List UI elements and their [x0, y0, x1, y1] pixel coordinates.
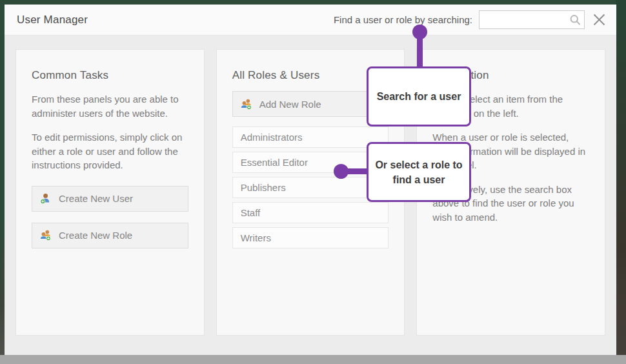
tooltip-text: Or select a role to find a user — [375, 157, 463, 187]
button-label: Add New Role — [259, 99, 321, 110]
panel-text: From these panels you are able to admini… — [32, 92, 188, 120]
user-manager-dialog: User Manager Find a user or role by sear… — [5, 5, 616, 355]
search-input[interactable] — [480, 11, 584, 28]
role-item-administrators[interactable]: Administrators — [232, 126, 389, 148]
add-user-icon — [40, 193, 51, 204]
button-label: Create New Role — [59, 230, 132, 241]
role-item-writers[interactable]: Writers — [232, 227, 389, 248]
role-item-staff[interactable]: Staff — [232, 202, 389, 223]
dialog-body: Common Tasks From these panels you are a… — [5, 35, 616, 349]
panel-title: All Roles & Users — [232, 69, 389, 82]
panel-common-tasks: Common Tasks From these panels you are a… — [15, 49, 205, 336]
screen: User Manager Find a user or role by sear… — [0, 0, 626, 364]
add-new-role-button[interactable]: Add New Role — [232, 91, 389, 117]
tooltip-text: Search for a user — [377, 89, 461, 104]
search-box — [479, 10, 585, 29]
add-role-icon — [40, 230, 51, 241]
dialog-header: User Manager Find a user or role by sear… — [5, 5, 616, 35]
role-item-publishers[interactable]: Publishers — [232, 177, 389, 198]
close-button[interactable] — [590, 10, 609, 29]
button-label: Create New User — [59, 193, 133, 204]
create-new-role-button[interactable]: Create New Role — [32, 223, 188, 248]
role-list: Administrators Essential Editor Publishe… — [232, 126, 389, 248]
close-icon — [591, 20, 607, 30]
header-search-area: Find a user or role by searching: — [334, 10, 609, 29]
search-label: Find a user or role by searching: — [334, 14, 472, 25]
page-backdrop-bottom — [0, 355, 626, 364]
panel-title: Common Tasks — [32, 69, 188, 82]
add-role-icon — [241, 99, 252, 110]
tooltip-search-for-user: Search for a user — [367, 66, 471, 126]
create-new-user-button[interactable]: Create New User — [32, 186, 188, 212]
tooltip-dot-role — [334, 164, 348, 179]
tooltip-dot-search — [412, 25, 427, 39]
tooltip-select-role: Or select a role to find a user — [367, 142, 471, 202]
panel-text: To edit permissions, simply click on eit… — [32, 130, 188, 172]
search-icon — [569, 14, 581, 26]
page-backdrop-edge — [616, 0, 626, 355]
page-title: User Manager — [17, 14, 88, 26]
